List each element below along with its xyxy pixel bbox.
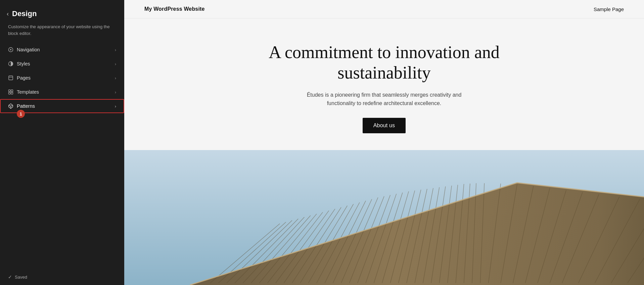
- svg-rect-7: [9, 92, 11, 94]
- patterns-chevron-icon: ›: [115, 104, 116, 109]
- styles-chevron-icon: ›: [115, 61, 116, 66]
- site-header: My WordPress Website Sample Page: [124, 0, 644, 18]
- saved-label: Saved: [15, 275, 27, 280]
- about-us-button[interactable]: About us: [363, 118, 406, 133]
- sample-page-link[interactable]: Sample Page: [594, 6, 624, 12]
- navigation-icon: [8, 47, 13, 52]
- back-button[interactable]: ‹: [7, 11, 9, 17]
- sidebar-title: Design: [12, 9, 37, 18]
- svg-point-1: [10, 49, 11, 50]
- templates-label: Templates: [17, 89, 39, 95]
- svg-rect-8: [11, 92, 13, 94]
- sidebar-header: ‹ Design: [0, 0, 124, 21]
- preview-inner: My WordPress Website Sample Page A commi…: [124, 0, 644, 285]
- sidebar-item-pages[interactable]: Pages ›: [0, 71, 124, 85]
- sidebar-menu: Navigation › Styles ›: [0, 43, 124, 269]
- hero-section: A commitment to innovation and sustainab…: [124, 18, 644, 150]
- site-logo: My WordPress Website: [144, 6, 205, 12]
- pages-icon: [8, 75, 13, 81]
- building-illustration: [124, 150, 644, 285]
- pages-chevron-icon: ›: [115, 76, 116, 81]
- navigation-label: Navigation: [17, 47, 40, 52]
- sidebar-item-templates[interactable]: Templates ›: [0, 85, 124, 99]
- styles-icon: [8, 61, 13, 66]
- hero-title: A commitment to innovation and sustainab…: [267, 42, 502, 83]
- patterns-label: Patterns: [17, 103, 35, 109]
- sidebar-item-navigation[interactable]: Navigation ›: [0, 43, 124, 57]
- sidebar: ‹ Design Customize the appearance of you…: [0, 0, 124, 285]
- saved-check-icon: ✓: [8, 274, 12, 280]
- sidebar-item-styles[interactable]: Styles ›: [0, 57, 124, 71]
- pages-label: Pages: [17, 75, 31, 81]
- patterns-icon: [8, 103, 13, 109]
- svg-rect-3: [9, 76, 13, 80]
- building-image-section: [124, 150, 644, 285]
- svg-rect-5: [9, 90, 11, 92]
- svg-rect-6: [11, 90, 13, 92]
- sidebar-footer: ✓ Saved: [0, 269, 124, 285]
- navigation-chevron-icon: ›: [115, 47, 116, 52]
- hero-subtitle: Études is a pioneering firm that seamles…: [297, 91, 471, 108]
- templates-chevron-icon: ›: [115, 90, 116, 95]
- sidebar-description: Customize the appearance of your website…: [0, 21, 124, 43]
- preview-area: My WordPress Website Sample Page A commi…: [124, 0, 644, 285]
- templates-icon: [8, 89, 13, 95]
- patterns-badge: 1: [17, 110, 25, 118]
- sidebar-item-patterns[interactable]: Patterns › 1: [0, 99, 124, 113]
- styles-label: Styles: [17, 61, 30, 66]
